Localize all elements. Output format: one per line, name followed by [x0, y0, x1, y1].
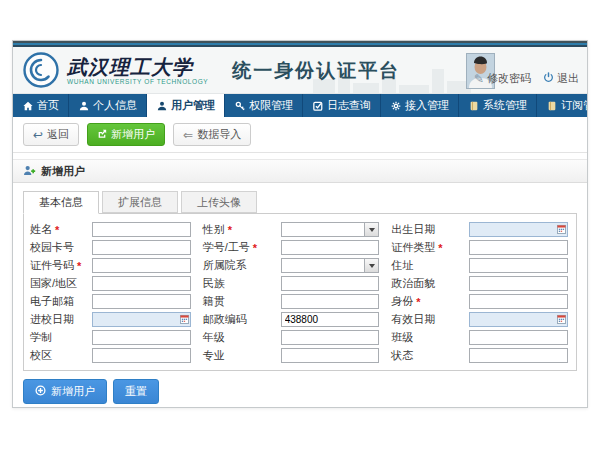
- field-control: [92, 330, 191, 345]
- field-label: 班级: [391, 330, 457, 345]
- field-input[interactable]: [469, 276, 568, 291]
- required-marker: *: [228, 224, 232, 236]
- field-label: 身份 *: [391, 294, 457, 309]
- section-title: 新增用户: [41, 164, 85, 179]
- field-label: 性别 *: [203, 222, 269, 237]
- field-label: 住址: [391, 258, 457, 273]
- import-arrow-icon: ⇐: [183, 129, 193, 141]
- field-input[interactable]: [469, 222, 568, 237]
- field-input[interactable]: [281, 312, 380, 327]
- field-label: 籍贯: [203, 294, 269, 309]
- field-input[interactable]: [469, 348, 568, 363]
- field-label: 学号/工号 *: [203, 240, 269, 255]
- nav-tab[interactable]: 用户管理: [147, 94, 225, 117]
- field-input[interactable]: [92, 348, 191, 363]
- field-control: [281, 348, 380, 363]
- key-icon: [234, 100, 245, 111]
- field-input[interactable]: [469, 258, 568, 273]
- required-marker: *: [416, 296, 420, 308]
- page-header: 武汉理工大学 WUHAN UNIVERSITY OF TECHNOLOGY 统一…: [13, 47, 587, 94]
- field-label: 姓名 *: [30, 222, 80, 237]
- field-label: 邮政编码: [203, 312, 269, 327]
- field-control: [92, 258, 191, 273]
- nav-tab[interactable]: 日志查询: [303, 94, 381, 117]
- toolbar: ↩ 返回 新增用户 ⇐ 数据导入: [13, 117, 587, 153]
- form-tab[interactable]: 扩展信息: [102, 191, 178, 213]
- notebook-icon: [468, 100, 479, 111]
- university-logo: [23, 52, 59, 90]
- required-marker: *: [55, 224, 59, 236]
- nav-tab[interactable]: 首页: [13, 94, 69, 117]
- field-input[interactable]: [92, 312, 191, 327]
- form-tab[interactable]: 上传头像: [181, 191, 257, 213]
- add-user-icon: [23, 165, 36, 178]
- field-control: [281, 258, 380, 273]
- field-input[interactable]: [92, 330, 191, 345]
- field-control: [92, 348, 191, 363]
- nav-tab[interactable]: 订阅管理: [537, 94, 588, 117]
- field-control: [281, 312, 380, 327]
- nav-tab[interactable]: 个人信息: [69, 94, 147, 117]
- form-tab-bar: 基本信息扩展信息上传头像: [23, 191, 577, 213]
- nav-tab[interactable]: 系统管理: [459, 94, 537, 117]
- field-input[interactable]: [281, 330, 380, 345]
- field-input[interactable]: [92, 222, 191, 237]
- field-label: 校园卡号: [30, 240, 80, 255]
- data-import-button[interactable]: ⇐ 数据导入: [173, 123, 251, 146]
- field-input[interactable]: [92, 276, 191, 291]
- calendar-icon[interactable]: [557, 224, 566, 236]
- nav-tab[interactable]: 权限管理: [225, 94, 303, 117]
- field-control: [92, 240, 191, 255]
- university-name-en: WUHAN UNIVERSITY OF TECHNOLOGY: [67, 79, 208, 86]
- field-control: [92, 222, 191, 237]
- power-icon: [543, 72, 554, 85]
- field-control: [469, 330, 568, 345]
- field-label: 政治面貌: [391, 276, 457, 291]
- field-input[interactable]: [469, 240, 568, 255]
- field-input[interactable]: [469, 330, 568, 345]
- calendar-icon[interactable]: [557, 314, 566, 326]
- field-label: 专业: [203, 348, 269, 363]
- form-actions: 新增用户 重置: [23, 379, 577, 404]
- field-control: [281, 222, 380, 237]
- reset-button[interactable]: 重置: [113, 379, 159, 404]
- field-label: 证件号码 *: [30, 258, 80, 273]
- submit-add-user-button[interactable]: 新增用户: [23, 379, 107, 404]
- calendar-icon[interactable]: [180, 314, 189, 326]
- dropdown-arrow-icon[interactable]: [364, 259, 378, 272]
- field-input[interactable]: [469, 294, 568, 309]
- field-control: [281, 240, 380, 255]
- logout-link[interactable]: 退出: [543, 71, 579, 86]
- field-control: [469, 240, 568, 255]
- notebook-icon: [546, 100, 557, 111]
- app-window: 武汉理工大学 WUHAN UNIVERSITY OF TECHNOLOGY 统一…: [12, 40, 588, 408]
- change-password-link[interactable]: ✎ 修改密码: [474, 71, 531, 86]
- person-icon: [78, 100, 89, 111]
- pencil-icon: ✎: [474, 72, 484, 86]
- field-input[interactable]: [92, 240, 191, 255]
- field-input[interactable]: [281, 348, 380, 363]
- field-label: 电子邮箱: [30, 294, 80, 309]
- field-control: [469, 348, 568, 363]
- field-input[interactable]: [92, 258, 191, 273]
- field-input[interactable]: [281, 294, 380, 309]
- field-label: 出生日期: [391, 222, 457, 237]
- field-label: 有效日期: [391, 312, 457, 327]
- field-input[interactable]: [281, 276, 380, 291]
- add-user-toolbar-button[interactable]: 新增用户: [87, 123, 165, 146]
- field-label: 民族: [203, 276, 269, 291]
- required-marker: *: [77, 260, 81, 272]
- field-control: [281, 276, 380, 291]
- back-button[interactable]: ↩ 返回: [23, 123, 79, 146]
- gear-icon: [390, 100, 401, 111]
- field-input[interactable]: [281, 240, 380, 255]
- field-input[interactable]: [92, 294, 191, 309]
- main-navigation: 首页 个人信息 用户管理 权限管理 日志查询 接入管理 系统管理: [13, 94, 587, 117]
- field-control: [469, 294, 568, 309]
- form-tab[interactable]: 基本信息: [23, 191, 99, 214]
- dropdown-arrow-icon[interactable]: [364, 223, 378, 236]
- field-label: 校区: [30, 348, 80, 363]
- field-control: [281, 294, 380, 309]
- field-input[interactable]: [469, 312, 568, 327]
- nav-tab[interactable]: 接入管理: [381, 94, 459, 117]
